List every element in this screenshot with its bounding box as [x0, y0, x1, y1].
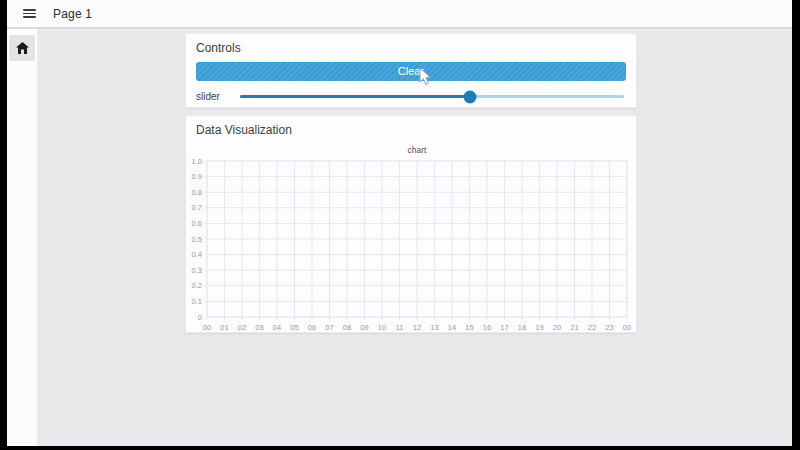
svg-text:0.4: 0.4 [192, 250, 202, 259]
svg-text:04: 04 [273, 323, 281, 332]
controls-card-title: Controls [196, 41, 626, 55]
top-bar: Page 1 [7, 0, 792, 29]
slider-label: slider [196, 91, 230, 102]
svg-text:0.8: 0.8 [192, 188, 202, 197]
app-window: Page 1 Controls Clear slider [7, 0, 792, 446]
svg-text:18: 18 [518, 323, 526, 332]
svg-text:0.3: 0.3 [192, 266, 202, 275]
menu-icon[interactable] [23, 9, 36, 18]
svg-text:0.6: 0.6 [192, 219, 202, 228]
svg-text:20: 20 [553, 323, 561, 332]
svg-text:06: 06 [308, 323, 316, 332]
svg-text:21: 21 [570, 323, 578, 332]
sidebar [7, 29, 37, 446]
svg-text:09: 09 [360, 323, 368, 332]
svg-text:01: 01 [220, 323, 228, 332]
svg-text:0.7: 0.7 [192, 203, 202, 212]
svg-text:chart: chart [408, 145, 428, 155]
sidebar-item-home[interactable] [9, 35, 35, 61]
viz-card-title: Data Visualization [196, 123, 626, 137]
svg-text:22: 22 [588, 323, 596, 332]
page-title: Page 1 [53, 7, 92, 21]
svg-text:23: 23 [605, 323, 613, 332]
chart[interactable]: chart1.00.90.80.70.60.50.40.30.20.100001… [186, 142, 638, 334]
slider[interactable] [240, 95, 624, 98]
home-icon [16, 42, 29, 54]
controls-card: Controls Clear slider [185, 33, 637, 108]
slider-row: slider [196, 91, 626, 102]
svg-text:11: 11 [396, 323, 404, 332]
svg-text:0.9: 0.9 [192, 172, 202, 181]
svg-text:02: 02 [238, 323, 246, 332]
slider-handle[interactable] [464, 90, 477, 103]
main-content: Controls Clear slider Data Visualization… [37, 29, 792, 446]
svg-text:03: 03 [255, 323, 263, 332]
svg-text:10: 10 [378, 323, 386, 332]
svg-text:07: 07 [325, 323, 333, 332]
svg-text:00: 00 [203, 323, 211, 332]
svg-text:08: 08 [343, 323, 351, 332]
svg-text:19: 19 [535, 323, 543, 332]
svg-text:05: 05 [290, 323, 298, 332]
clear-button[interactable]: Clear [196, 62, 626, 81]
svg-text:00: 00 [623, 323, 631, 332]
svg-text:0.2: 0.2 [192, 281, 202, 290]
svg-text:0: 0 [198, 313, 202, 322]
svg-text:0.5: 0.5 [192, 235, 202, 244]
svg-text:17: 17 [500, 323, 508, 332]
svg-text:1.0: 1.0 [192, 157, 202, 166]
slider-fill [240, 95, 470, 98]
svg-text:12: 12 [413, 323, 421, 332]
svg-text:0.1: 0.1 [192, 297, 202, 306]
svg-text:15: 15 [465, 323, 473, 332]
data-visualization-card: Data Visualization chart1.00.90.80.70.60… [185, 115, 637, 333]
svg-text:14: 14 [448, 323, 456, 332]
screen: Page 1 Controls Clear slider [0, 0, 800, 450]
svg-text:16: 16 [483, 323, 491, 332]
svg-text:13: 13 [430, 323, 438, 332]
